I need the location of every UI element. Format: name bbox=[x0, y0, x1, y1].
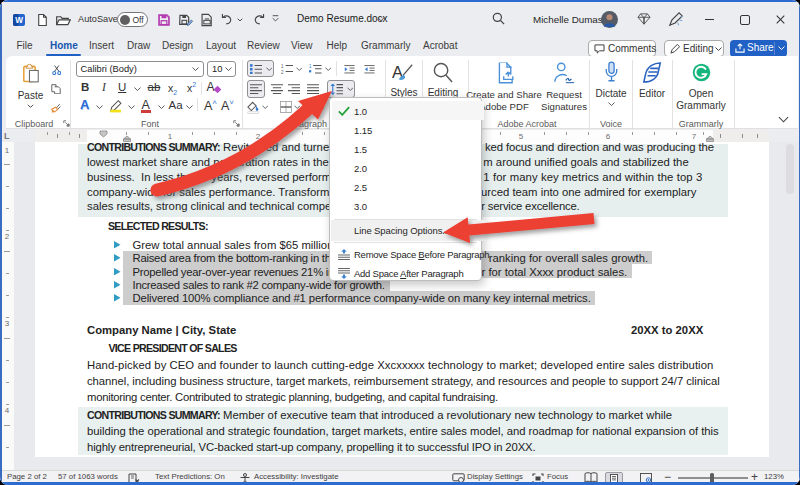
svg-text:6: 6 bbox=[606, 132, 611, 141]
svg-text:7: 7 bbox=[692, 132, 697, 141]
svg-text:3: 3 bbox=[5, 319, 10, 328]
svg-text:1: 1 bbox=[281, 64, 284, 69]
svg-text:2: 2 bbox=[281, 70, 284, 74]
svg-text:1: 1 bbox=[309, 64, 312, 69]
svg-text:2: 2 bbox=[5, 232, 10, 241]
svg-text:W: W bbox=[15, 16, 23, 25]
svg-text:4: 4 bbox=[5, 406, 10, 415]
svg-text:1: 1 bbox=[168, 132, 173, 141]
svg-text:2: 2 bbox=[256, 132, 261, 141]
svg-text:1: 1 bbox=[5, 146, 10, 155]
svg-text:5: 5 bbox=[519, 132, 524, 141]
